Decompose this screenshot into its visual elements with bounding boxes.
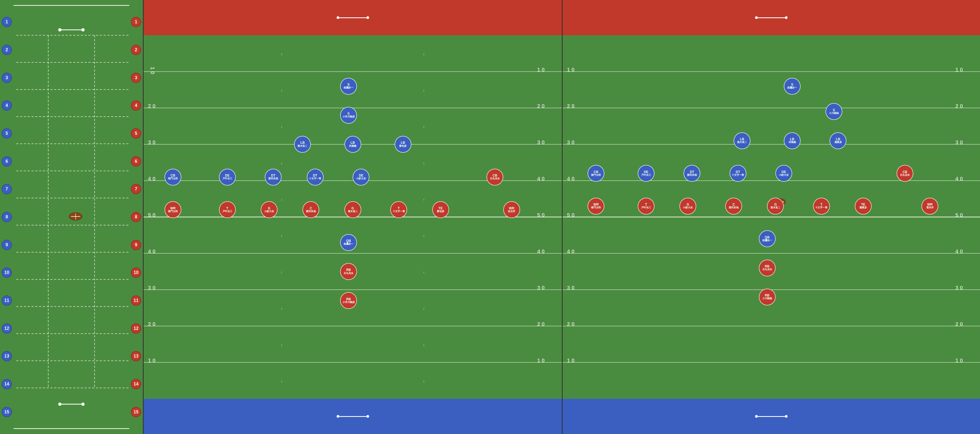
p3-player-C-kurita: C 栗田良哉 <box>725 198 742 215</box>
right-num-12: 12 <box>131 323 141 333</box>
p3-player-TE-taki: TE 瀧夏彦 <box>855 198 872 215</box>
player-circle: T 十文字一青 <box>390 201 407 218</box>
svg-text:4 0: 4 0 <box>537 176 545 182</box>
player-circle: S 小早川顕彦 <box>340 107 357 124</box>
player-QB-hime: QB 姫鷹妖一 <box>340 234 357 251</box>
svg-text:3 0: 3 0 <box>955 139 963 145</box>
right-num-7: 7 <box>131 184 141 194</box>
svg-text:4 0: 4 0 <box>567 249 574 254</box>
gp-right-dot-b <box>366 415 369 418</box>
goal-post-top <box>337 16 369 19</box>
svg-text:1 0: 1 0 <box>148 357 156 364</box>
svg-text:2 0: 2 0 <box>537 103 545 109</box>
player-circle: WR 雪光学 <box>921 198 938 215</box>
player-LB-musashi: LB 武蔵厳 <box>344 136 361 153</box>
svg-text:3 0: 3 0 <box>148 285 156 291</box>
p3-player-QB: QB 姫鷹妖一 <box>759 230 776 247</box>
p3-player-LB-taki: LB 瀧夏彦 <box>830 132 846 149</box>
right-num-11: 11 <box>131 295 141 306</box>
left-num-14: 14 <box>2 379 12 389</box>
player-circle: LB 黒木造二 <box>733 132 751 149</box>
player-circle: QB 姫鷹妖一 <box>340 234 357 251</box>
player-DE-tokano: DE 戸叶在三 <box>219 169 236 185</box>
svg-text:4 0: 4 0 <box>148 249 156 254</box>
left-num-3: 3 <box>2 73 12 83</box>
player-circle: RB 石丸兆生 <box>340 263 357 280</box>
player-LB-ai: LB 愛包彦 <box>395 136 411 153</box>
player-circle: DE 戸叶在三 <box>219 169 236 185</box>
left-num-5: 5 <box>2 128 12 139</box>
player-circle: S 姫鷹妖一 <box>784 78 800 95</box>
svg-text:3 0: 3 0 <box>567 285 574 291</box>
left-num-10: 10 <box>2 268 12 278</box>
svg-text:3 0: 3 0 <box>537 285 545 291</box>
p3-player-LB-kuroki: LB 黒木造二 <box>733 132 751 149</box>
gp-right-dot-bp3 <box>785 415 788 418</box>
p3-player-T-tokano: T 戸叶在三 <box>638 198 654 215</box>
p3-player-LB-musashi: LB 武蔵厳 <box>784 132 800 149</box>
player-circle: DT 栗田良哉 <box>684 165 700 182</box>
player-circle: WR 衛門太郎 <box>164 201 181 218</box>
player-circle: CB 石丸兆生 <box>487 169 503 185</box>
svg-text:4 0: 4 0 <box>537 249 545 254</box>
player-WR-sako: WR 佐光学 <box>503 201 520 218</box>
player-circle: DE 戸叶在三 <box>638 165 654 182</box>
player-DE-kozame: DE 小鮫大吉 <box>353 169 369 185</box>
svg-text:2 0: 2 0 <box>955 321 963 327</box>
goal-post-bottom-p3 <box>755 415 788 418</box>
right-num-4: 4 <box>131 101 141 111</box>
player-DT-jumonji: DT 十文字一青 <box>307 169 324 185</box>
player-circle: G 黒木造二 <box>767 198 784 215</box>
player-circle: LB 愛包彦 <box>395 136 411 153</box>
player-circle: DT 十文字一青 <box>307 169 324 185</box>
player-WR-emon: WR 衛門太郎 <box>164 201 181 218</box>
gp-right-dot-p3 <box>785 16 788 19</box>
svg-text:1 0: 1 0 <box>537 67 545 73</box>
gp-bar-b <box>339 416 366 417</box>
svg-text:2 0: 2 0 <box>955 103 963 109</box>
svg-point-24 <box>81 402 84 406</box>
panel3-defense-field: 1 0 2 0 3 0 4 0 5 0 4 0 3 0 2 0 1 0 1 0 … <box>562 0 980 434</box>
right-num-13: 13 <box>131 351 141 361</box>
player-circle: DE 小鮫大吉 <box>353 169 369 185</box>
left-num-11: 11 <box>2 295 12 306</box>
end-zone-top-red <box>144 0 562 35</box>
player-circle: C 栗田良哉 <box>725 198 742 215</box>
player-T-tokano: T 戸叶在三 <box>219 201 236 218</box>
panel1-rugby-field: 1 2 3 4 5 6 7 8 9 10 11 12 13 14 15 <box>0 0 144 434</box>
player-LB-kumaki: LB 熊木造二 <box>294 136 311 153</box>
svg-text:1 0: 1 0 <box>567 67 574 73</box>
player-circle: RB 小川顕聡 <box>759 289 776 305</box>
player-circle: CB 石丸兆生 <box>897 165 913 182</box>
svg-text:1 0: 1 0 <box>537 357 545 364</box>
p3-player-G-kuroki: G 黒木造二 <box>767 198 784 215</box>
left-num-2: 2 <box>2 45 12 55</box>
player-circle: WR 佐光学 <box>503 201 520 218</box>
player-circle: CB 衛門太郎 <box>164 169 181 185</box>
gp-bar <box>339 18 366 18</box>
p3-player-DE-tokano: DE 戸叶在三 <box>638 165 654 182</box>
p3-player-T-jumonji: T 十文字一青 <box>813 198 830 215</box>
player-TE-ai: TE 愛包彦 <box>432 201 449 218</box>
right-num-10: 10 <box>131 268 141 278</box>
left-num-1: 1 <box>2 17 12 27</box>
p3-player-DT-kurita: DT 栗田良哉 <box>684 165 700 182</box>
p3-player-G-kozame: G 小鮫大吉 <box>679 198 696 215</box>
rugby-ball <box>69 212 83 222</box>
svg-text:1 0: 1 0 <box>150 67 156 74</box>
player-circle: LB 熊木造二 <box>294 136 311 153</box>
left-num-4: 4 <box>2 101 12 111</box>
player-circle: DT 栗田良哉 <box>265 169 282 185</box>
right-num-14: 14 <box>131 379 141 389</box>
end-zone-bottom-blue <box>144 399 562 434</box>
player-C-kurita: C 栗田良哉 <box>302 201 319 218</box>
player-circle: RB 石丸兆生 <box>759 260 776 276</box>
goal-post-bottom <box>337 415 369 418</box>
player-circle: G 熊木造二 <box>344 201 361 218</box>
right-number-column: 1 2 3 4 5 6 7 8 9 10 11 12 13 14 15 <box>129 0 143 434</box>
svg-text:5 0: 5 0 <box>148 212 156 218</box>
p3-player-RB-ishimaru: RB 石丸兆生 <box>759 260 776 276</box>
svg-text:2 0: 2 0 <box>567 321 574 327</box>
gp-bar-p3 <box>758 18 785 18</box>
player-CB-ishimaru: CB 石丸兆生 <box>487 169 503 185</box>
